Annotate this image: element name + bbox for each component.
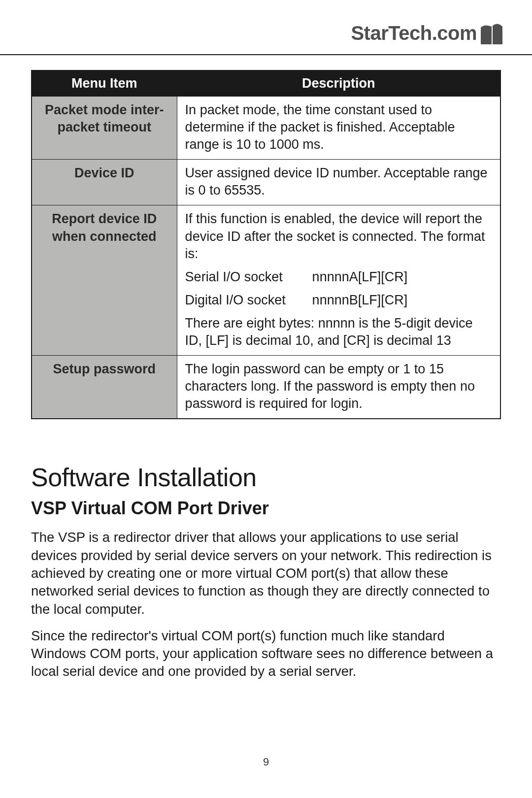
table-row: Setup password The login password can be…	[32, 356, 500, 419]
brand-name: StarTech.com	[351, 22, 477, 44]
page-header: StarTech.com	[0, 0, 532, 54]
table-header-desc: Description	[177, 70, 500, 97]
socket-label: Digital I/O socket	[185, 292, 294, 309]
menu-description-table: Menu Item Description Packet mode inter-…	[31, 70, 501, 419]
table-row: Packet mode inter-packet timeout In pack…	[32, 97, 500, 160]
table-header-menu: Menu Item	[32, 70, 177, 97]
description-cell: The login password can be empty or 1 to …	[177, 356, 500, 419]
desc-intro: If this function is enabled, the device …	[185, 210, 492, 262]
page-number: 9	[0, 756, 532, 768]
menu-item-cell: Device ID	[32, 160, 177, 205]
socket-format-row: Serial I/O socket nnnnnA[LF][CR]	[185, 268, 492, 286]
sub-heading: VSP Virtual COM Port Driver	[31, 498, 501, 519]
section-heading: Software Installation	[31, 463, 501, 492]
description-cell: If this function is enabled, the device …	[177, 205, 500, 356]
socket-format-row: Digital I/O socket nnnnnB[LF][CR]	[185, 292, 492, 309]
socket-format: nnnnnB[LF][CR]	[312, 292, 408, 309]
page-content: Menu Item Description Packet mode inter-…	[0, 70, 532, 681]
menu-item-cell: Report device ID when connected	[32, 205, 177, 356]
body-paragraph: The VSP is a redirector driver that allo…	[31, 529, 501, 618]
brand-logo: StarTech.com	[351, 22, 502, 44]
menu-item-cell: Packet mode inter-packet timeout	[32, 97, 177, 160]
menu-item-cell: Setup password	[32, 356, 177, 419]
brand-mark-icon	[481, 23, 502, 44]
description-cell: User assigned device ID number. Acceptab…	[177, 160, 500, 205]
table-row: Device ID User assigned device ID number…	[32, 160, 500, 205]
socket-label: Serial I/O socket	[185, 268, 294, 286]
desc-outro: There are eight bytes: nnnnn is the 5-di…	[185, 315, 492, 349]
table-row: Report device ID when connected If this …	[32, 205, 500, 356]
body-paragraph: Since the redirector's virtual COM port(…	[31, 627, 501, 681]
socket-format: nnnnnA[LF][CR]	[312, 268, 408, 286]
description-cell: In packet mode, the time constant used t…	[177, 97, 500, 160]
header-divider	[0, 54, 532, 55]
